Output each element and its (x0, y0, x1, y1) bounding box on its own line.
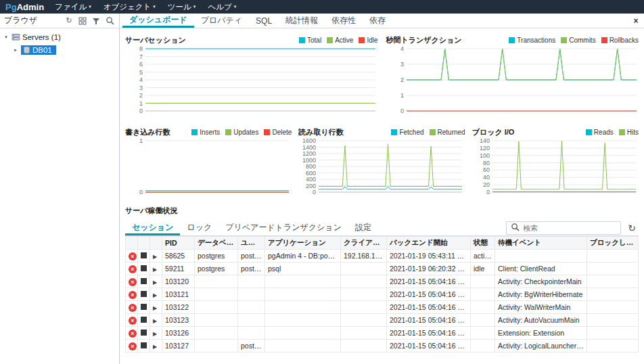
cancel-query-button[interactable]: × (129, 317, 137, 325)
cancel-query-button[interactable]: × (129, 329, 137, 338)
legend-swatch (509, 37, 515, 43)
main-tab[interactable]: 依存 (363, 14, 392, 28)
chart-title-block-io: ブロック I/O (472, 127, 515, 137)
terminate-session-button[interactable] (141, 291, 147, 297)
main-tab[interactable]: SQL (249, 14, 279, 28)
cancel-query-button[interactable]: × (129, 252, 137, 260)
column-header[interactable]: データベース (195, 237, 238, 250)
terminate-session-button[interactable] (141, 317, 147, 323)
chevron-down-icon[interactable]: ▾ (3, 35, 9, 40)
table-row[interactable]: ×▶1031212021-01-15 05:04:16 ESTActivity:… (126, 288, 639, 301)
cancel-query-button[interactable]: × (129, 278, 137, 286)
chevron-right-icon[interactable]: ▸ (12, 47, 19, 53)
main-tab[interactable]: 統計情報 (279, 14, 325, 28)
cell-backend_start: 2021-01-15 05:04:16 EST (387, 340, 471, 352)
tree-item-db01[interactable]: ▸ DB01 (0, 43, 119, 56)
row-expander[interactable]: ▶ (153, 305, 157, 311)
row-expander[interactable]: ▶ (153, 254, 157, 260)
activity-tab[interactable]: セッション (125, 220, 180, 235)
menu-item[interactable]: オブジェクト▾ (104, 2, 156, 12)
block-io-chart: 020406080100120140 (472, 138, 639, 200)
terminate-session-button[interactable] (141, 329, 147, 336)
cancel-query-button[interactable]: × (129, 265, 137, 273)
column-header[interactable]: バックエンド開始 (387, 237, 471, 250)
grid-icon[interactable] (77, 16, 88, 26)
cancel-cell: × (126, 288, 138, 301)
terminate-session-button[interactable] (141, 304, 147, 310)
legend-label: Total (307, 37, 321, 44)
refresh-icon[interactable]: ↻ (628, 223, 636, 233)
column-header[interactable]: ユーザ (238, 237, 265, 250)
menu-label: ツール (168, 2, 191, 12)
menu-item[interactable]: ファイル▾ (55, 2, 91, 12)
table-row[interactable]: ×▶59211postgrespostgrespsql2021-01-19 06… (126, 263, 639, 275)
search-icon[interactable] (104, 16, 115, 26)
cancel-query-button[interactable]: × (129, 291, 137, 299)
table-row[interactable]: ×▶103127postgres2021-01-15 05:04:16 ESTA… (126, 340, 639, 352)
column-header[interactable]: クライアント (341, 237, 387, 250)
row-expander[interactable]: ▶ (153, 279, 157, 286)
cell-wait_event: Client: ClientRead (495, 263, 587, 275)
table-row[interactable]: ×▶1031202021-01-15 05:04:16 ESTActivity:… (126, 275, 639, 288)
column-header[interactable]: PID (162, 237, 195, 250)
row-expander[interactable]: ▶ (153, 318, 157, 324)
search-input[interactable] (523, 224, 616, 232)
tree-selection[interactable]: DB01 (21, 45, 56, 55)
main-tab[interactable]: 依存性 (325, 14, 363, 28)
close-icon[interactable]: × (628, 14, 644, 28)
refresh-icon[interactable]: ↻ (64, 16, 74, 26)
main-tab[interactable]: ダッシュボード (122, 14, 194, 28)
terminate-session-button[interactable] (141, 265, 147, 271)
search-box[interactable] (506, 221, 621, 235)
menu-item[interactable]: ツール▾ (168, 2, 196, 12)
terminate-session-button[interactable] (141, 342, 147, 348)
cell-state (471, 275, 495, 288)
terminate-session-button[interactable] (141, 278, 147, 284)
cancel-query-button[interactable]: × (129, 304, 137, 312)
terminate-cell (138, 314, 150, 327)
activity-tab[interactable]: プリペアードトランザクション (218, 220, 348, 235)
table-row[interactable]: ×▶58625postgrespostgrespgAdmin 4 - DB:po… (126, 250, 639, 263)
column-header[interactable]: 待機イベント (495, 237, 587, 250)
activity-tab[interactable]: 設定 (348, 220, 378, 235)
cell-user: postgres (238, 263, 265, 275)
cell-blocking_pids (587, 340, 639, 352)
cell-pid: 103122 (162, 301, 195, 314)
row-expander[interactable]: ▶ (153, 267, 157, 273)
tree-label-servers: Servers (1) (22, 33, 61, 41)
tree-item-servers[interactable]: ▾ Servers (1) (0, 30, 119, 43)
logo-pg: Pg (5, 2, 17, 12)
cell-pid: 103126 (162, 327, 195, 340)
expander-cell: ▶ (150, 301, 162, 314)
table-row[interactable]: ×▶1031232021-01-15 05:04:16 ESTActivity:… (126, 314, 639, 327)
svg-text:2: 2 (400, 76, 403, 83)
column-header[interactable]: 状態 (471, 237, 495, 250)
column-header[interactable]: ブロックしている PID (587, 237, 639, 250)
terminate-session-button[interactable] (141, 252, 147, 258)
table-row[interactable]: ×▶1031222021-01-15 05:04:16 ESTActivity:… (126, 301, 639, 314)
svg-text:8: 8 (139, 46, 143, 52)
cell-wait_event: Activity: AutoVacuumMain (495, 314, 587, 327)
menu-label: ヘルプ (208, 2, 231, 12)
column-header[interactable]: アプリケーション (265, 237, 341, 250)
header-icon-cell (150, 237, 162, 250)
legend-tuples-out: FetchedReturned (391, 129, 465, 136)
menu-item[interactable]: ヘルプ▾ (208, 2, 236, 12)
svg-text:1000: 1000 (302, 157, 316, 164)
cell-blocking_pids (587, 314, 639, 327)
dashboard: サーバセッション TotalActiveIdle 012345678 秒間トラン… (120, 28, 644, 364)
row-expander[interactable]: ▶ (153, 292, 157, 298)
activity-tab[interactable]: ロック (180, 220, 218, 235)
cell-blocking_pids (587, 275, 639, 288)
pgadmin-window: PgAdmin ファイル▾オブジェクト▾ツール▾ヘルプ▾ ブラウザ ↻ ダッシュ… (0, 0, 644, 364)
filter-icon[interactable] (91, 16, 101, 26)
row-expander[interactable]: ▶ (153, 331, 157, 337)
row-expander[interactable]: ▶ (153, 344, 157, 350)
cancel-query-button[interactable]: × (129, 342, 137, 350)
sessions-table-head: PIDデータベースユーザアプリケーションクライアントバックエンド開始状態待機イベ… (126, 237, 639, 250)
pgadmin-logo[interactable]: PgAdmin (5, 2, 44, 12)
cell-pid: 103120 (162, 275, 195, 288)
main-tab[interactable]: プロパティ (194, 14, 249, 28)
browser-toolbar: ↻ (64, 16, 115, 26)
table-row[interactable]: ×▶1031262021-01-15 05:04:16 ESTExtension… (126, 327, 639, 340)
